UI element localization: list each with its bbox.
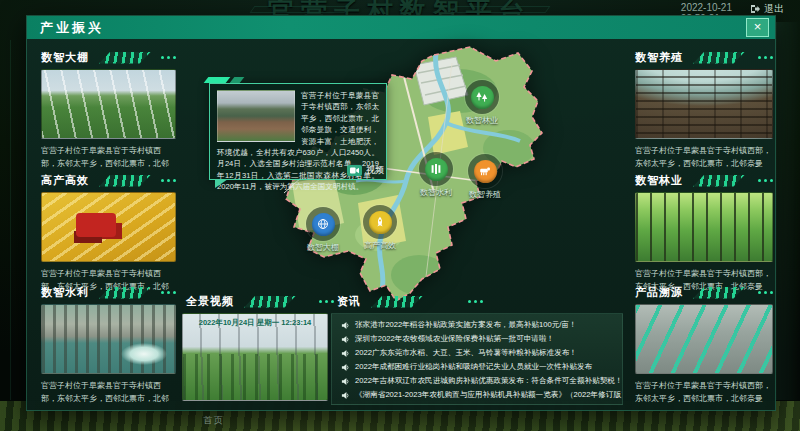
dam-photo — [41, 304, 176, 374]
forest-photo — [635, 192, 773, 262]
header-decoration-right — [451, 6, 551, 13]
more-options-dots[interactable] — [161, 291, 176, 294]
news-title: 资讯 — [337, 294, 361, 309]
card-title: 数智大棚 — [41, 50, 89, 65]
map-marker-smart-forestry[interactable] — [465, 80, 499, 114]
stripes-decoration — [693, 52, 745, 64]
news-item-text: 张家港市2022年稻谷补贴政策实施方案发布，最高补贴100元/亩！ — [355, 320, 577, 330]
pointer-decoration — [215, 179, 228, 188]
sluice-icon — [425, 158, 448, 181]
video-icon — [347, 165, 362, 176]
news-header: 资讯 — [331, 295, 623, 308]
speaker-icon — [341, 335, 350, 344]
card-high-yield[interactable]: 高产高效 官营子村位于阜蒙县官于寺村镇西部，东邻太平乡，西邻北票市，北邻奈曼旗，… — [41, 174, 176, 293]
stripes-decoration — [99, 52, 151, 64]
stripes-decoration — [244, 296, 296, 308]
more-options-dots[interactable] — [758, 179, 773, 182]
card-description: 官营子村位于阜蒙县官于寺村镇西部，东邻太平乡，西邻北票市，北邻奈曼旗，交通便利，… — [635, 144, 773, 170]
globe-icon — [312, 213, 335, 236]
trees-icon — [471, 86, 494, 109]
speaker-icon — [341, 377, 350, 386]
card-description: 官营子村位于阜蒙县官于寺村镇西部，东邻太平乡，西邻北票市，北邻奈曼旗，交通便利，… — [635, 379, 773, 405]
stripes-decoration — [99, 287, 151, 299]
news-item[interactable]: 深圳市2022年农牧领域农业保险保费补贴第一批可申请啦！ — [332, 332, 622, 346]
speaker-icon — [341, 363, 350, 372]
village-photo — [217, 90, 295, 142]
stripes-decoration — [99, 175, 151, 187]
harvester-photo — [41, 192, 176, 262]
modal-header: 产业振兴 — [27, 16, 775, 39]
card-smart-forestry[interactable]: 数智林业 官营子村位于阜蒙县官于寺村镇西部，东邻太平乡，西邻北票市，北邻奈曼旗，… — [635, 174, 773, 293]
more-options-dots[interactable] — [161, 179, 176, 182]
logout-button[interactable]: 退出 — [750, 2, 784, 16]
news-item-text: 《湖南省2021-2023年农机购置与应用补贴机具补贴额一览表》（2022年修订… — [355, 390, 622, 400]
news-item-text: 2022广东东莞市水稻、大豆、玉米、马铃薯等种粮补贴标准发布！ — [355, 348, 577, 358]
stripes-decoration — [693, 287, 745, 299]
stripes-decoration — [371, 296, 423, 308]
news-item-text: 2022年吉林双辽市农民进城购房补贴优惠政策发布：符合条件可全额补贴契税！ — [355, 376, 622, 386]
speaker-icon — [341, 391, 350, 400]
rocket-icon — [369, 211, 392, 234]
stripes-decoration — [693, 175, 745, 187]
marker-label: 高产高效 — [348, 240, 412, 251]
video-button[interactable]: 视频 — [347, 164, 384, 177]
card-header: 数智养殖 — [635, 51, 773, 64]
date-label: 2022-10-21 — [681, 2, 732, 13]
news-item[interactable]: 2022广东东莞市水稻、大豆、玉米、马铃薯等种粮补贴标准发布！ — [332, 346, 622, 360]
close-icon: × — [754, 19, 762, 34]
card-header: 数智水利 — [41, 286, 176, 299]
card-title: 数智林业 — [635, 173, 683, 188]
more-options-dots[interactable] — [758, 291, 773, 294]
logout-label: 退出 — [764, 2, 784, 16]
news-item[interactable]: 《湖南省2021-2023年农机购置与应用补贴机具补贴额一览表》（2022年修订… — [332, 388, 622, 402]
more-options-dots[interactable] — [468, 300, 483, 303]
panorama-timestamp: 2022年10月24日 星期一 12:23:14 — [183, 318, 327, 328]
map-marker-high-yield[interactable] — [363, 205, 397, 239]
background-panel-edge — [776, 22, 800, 400]
more-options-dots[interactable] — [758, 56, 773, 59]
card-smart-breeding[interactable]: 数智养殖 官营子村位于阜蒙县官于寺村镇西部，东邻太平乡，西邻北票市，北邻奈曼旗，… — [635, 51, 773, 170]
modal-title: 产业振兴 — [40, 19, 104, 37]
card-product-trace[interactable]: 产品溯源 官营子村位于阜蒙县官于寺村镇西部，东邻太平乡，西邻北票市，北邻奈曼旗，… — [635, 286, 773, 405]
card-title: 数智水利 — [41, 285, 89, 300]
panorama-title: 全景视频 — [186, 294, 234, 309]
logout-icon — [750, 4, 760, 14]
marker-label: 数智大棚 — [291, 242, 355, 253]
nav-home[interactable]: 首页 — [203, 414, 225, 427]
greenhouse-photo — [41, 69, 176, 139]
panorama-video-frame[interactable]: 2022年10月24日 星期一 12:23:14 — [182, 313, 328, 401]
speaker-icon — [341, 349, 350, 358]
more-options-dots[interactable] — [161, 56, 176, 59]
panorama-header: 全景视频 — [186, 295, 334, 308]
card-smart-greenhouse[interactable]: 数智大棚 官营子村位于阜蒙县官于寺村镇西部，东邻太平乡，西邻北票市，北邻奈曼旗，… — [41, 51, 176, 170]
card-title: 产品溯源 — [635, 285, 683, 300]
card-smart-water[interactable]: 数智水利 官营子村位于阜蒙县官于寺村镇西部，东邻太平乡，西邻北票市，北邻奈曼旗，… — [41, 286, 176, 405]
news-item-text: 深圳市2022年农牧领域农业保险保费补贴第一批可申请啦！ — [355, 334, 554, 344]
card-title: 数智养殖 — [635, 50, 683, 65]
card-title: 高产高效 — [41, 173, 89, 188]
factory-photo — [635, 304, 773, 374]
marker-label: 数智养殖 — [453, 189, 517, 200]
map-marker-smart-breeding[interactable] — [468, 154, 502, 188]
marker-label: 数智林业 — [450, 115, 514, 126]
corner-decoration — [204, 77, 231, 83]
speaker-icon — [341, 321, 350, 330]
news-item[interactable]: 2022年吉林双辽市农民进城购房补贴优惠政策发布：符合条件可全额补贴契税！ — [332, 374, 622, 388]
video-label: 视频 — [366, 164, 384, 177]
news-panel: 张家港市2022年稻谷补贴政策实施方案发布，最高补贴100元/亩！ 深圳市202… — [331, 313, 623, 405]
news-item-text: 2022年成都困难行业稳岗补贴和吸纳登记失业人员就业一次性补贴发布 — [355, 362, 592, 372]
card-description: 官营子村位于阜蒙县官于寺村镇西部，东邻太平乡，西邻北票市，北邻奈曼旗，交通便利，… — [41, 144, 176, 170]
news-item[interactable]: 张家港市2022年稻谷补贴政策实施方案发布，最高补贴100元/亩！ — [332, 318, 622, 332]
map-marker-smart-greenhouse[interactable] — [306, 207, 340, 241]
cow-icon — [474, 160, 497, 183]
map-marker-smart-water[interactable] — [419, 152, 453, 186]
background-left-line — [10, 40, 11, 400]
news-item[interactable]: 2022年成都困难行业稳岗补贴和吸纳登记失业人员就业一次性补贴发布 — [332, 360, 622, 374]
header-decoration-left — [250, 6, 350, 13]
card-description: 官营子村位于阜蒙县官于寺村镇西部，东邻太平乡，西邻北票市，北邻奈曼旗，交通便利，… — [41, 379, 176, 405]
poultry-farm-photo — [635, 69, 773, 139]
close-button[interactable]: × — [746, 18, 769, 37]
card-header: 高产高效 — [41, 174, 176, 187]
card-header: 产品溯源 — [635, 286, 773, 299]
card-header: 数智林业 — [635, 174, 773, 187]
